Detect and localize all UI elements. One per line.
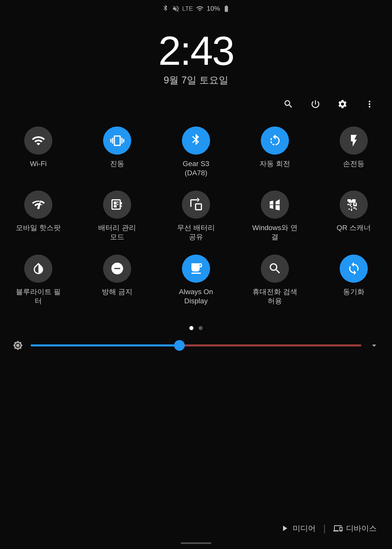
tile-qr-label: QR 스캐너: [337, 223, 371, 232]
tile-hotspot-label: 모바일 핫스팟: [16, 223, 61, 232]
tiles-row-1: Wi-Fi 진동 Gear S3 (DA78): [15, 127, 377, 178]
tile-bluelight[interactable]: 블루라이트 필터: [15, 255, 61, 306]
tile-sync[interactable]: 동기화: [331, 255, 377, 306]
tile-autorotate-label: 자동 회전: [260, 159, 290, 168]
tile-sync-label: 동기화: [343, 287, 364, 296]
brightness-row: [0, 338, 392, 353]
search-button[interactable]: [281, 97, 296, 111]
tile-sync-icon: [340, 255, 368, 283]
tile-autorotate[interactable]: 자동 회전: [252, 127, 298, 178]
tile-gears3[interactable]: Gear S3 (DA78): [173, 127, 219, 178]
controls-row: [0, 92, 392, 116]
tile-aod[interactable]: Always On Display: [173, 255, 219, 306]
tile-battery-mgmt-icon: [103, 191, 131, 219]
clock-date: 9월 7일 토요일: [0, 74, 392, 87]
tile-windows-icon: [261, 191, 289, 219]
tile-gears3-label: Gear S3 (DA78): [173, 159, 219, 178]
tile-wireless-share[interactable]: 무선 배터리 공유: [173, 191, 219, 242]
bottom-divider: |: [323, 523, 326, 534]
tile-dnd[interactable]: 방해 금지: [94, 255, 140, 306]
tile-wifi[interactable]: Wi-Fi: [15, 127, 61, 178]
status-bar: LTE 10%: [0, 0, 392, 15]
tile-windows[interactable]: Windows와 연결: [252, 191, 298, 242]
signal-icon: [195, 5, 204, 13]
tile-autorotate-icon: [261, 127, 289, 155]
page-dot-2[interactable]: [199, 326, 203, 330]
bottom-bar: 미디어 | 디바이스: [0, 523, 392, 534]
tile-vibration-icon: [103, 127, 131, 155]
tile-dnd-label: 방해 금지: [102, 287, 132, 296]
home-indicator[interactable]: [181, 542, 211, 544]
devices-button[interactable]: 디바이스: [333, 523, 377, 534]
tile-dnd-icon: [103, 255, 131, 283]
power-button[interactable]: [308, 97, 323, 111]
tile-bluelight-label: 블루라이트 필터: [15, 287, 61, 306]
tile-wireless-share-label: 무선 배터리 공유: [173, 223, 219, 242]
battery-percentage: 10%: [207, 5, 220, 13]
clock-time: 2:43: [0, 30, 392, 71]
tile-flashlight-icon: [340, 127, 368, 155]
media-button[interactable]: 미디어: [280, 523, 316, 534]
tile-hotspot-icon: [24, 191, 52, 219]
battery-icon: [223, 5, 230, 13]
tile-flashlight-label: 손전등: [343, 159, 364, 168]
page-dot-1[interactable]: [189, 326, 193, 330]
tile-phone-search-icon: [261, 255, 289, 283]
tile-battery-mgmt-label: 배터리 관리 모드: [94, 223, 140, 242]
brightness-thumb[interactable]: [174, 340, 185, 351]
tile-bluelight-icon: [24, 255, 52, 283]
tile-hotspot[interactable]: 모바일 핫스팟: [15, 191, 61, 242]
tile-aod-label: Always On Display: [173, 287, 219, 306]
clock-area: 2:43 9월 7일 토요일: [0, 15, 392, 92]
tile-qr[interactable]: QR 스캐너: [331, 191, 377, 242]
media-label: 미디어: [293, 523, 316, 534]
bluetooth-status-icon: [162, 5, 169, 13]
tile-phone-search-label: 휴대전화 검색 허용: [252, 287, 298, 306]
brightness-expand-button[interactable]: [369, 340, 379, 351]
tiles-row-2: 모바일 핫스팟 배터리 관리 모드 무선 배터리 공유: [15, 191, 377, 242]
status-icons: LTE 10%: [162, 5, 230, 13]
page-dots: [0, 326, 392, 330]
tile-gears3-icon: [182, 127, 210, 155]
more-button[interactable]: [362, 97, 377, 111]
lte-icon: LTE: [182, 5, 193, 12]
tile-phone-search[interactable]: 휴대전화 검색 허용: [252, 255, 298, 306]
tile-wifi-label: Wi-Fi: [30, 159, 46, 168]
tiles-row-3: 블루라이트 필터 방해 금지 Always On Display: [15, 255, 377, 306]
tile-flashlight[interactable]: 손전등: [331, 127, 377, 178]
devices-label: 디바이스: [346, 523, 377, 534]
tile-wireless-share-icon: [182, 191, 210, 219]
tile-vibration[interactable]: 진동: [94, 127, 140, 178]
tile-vibration-label: 진동: [110, 159, 124, 168]
settings-button[interactable]: [335, 97, 350, 111]
tile-aod-icon: [182, 255, 210, 283]
tile-wifi-icon: [24, 127, 52, 155]
tile-battery-mgmt[interactable]: 배터리 관리 모드: [94, 191, 140, 242]
tile-qr-icon: [340, 191, 368, 219]
tiles-container: Wi-Fi 진동 Gear S3 (DA78): [0, 116, 392, 323]
sound-off-status-icon: [172, 5, 180, 13]
brightness-icon: [13, 340, 23, 351]
brightness-slider[interactable]: [31, 344, 361, 346]
tile-windows-label: Windows와 연결: [252, 223, 298, 242]
